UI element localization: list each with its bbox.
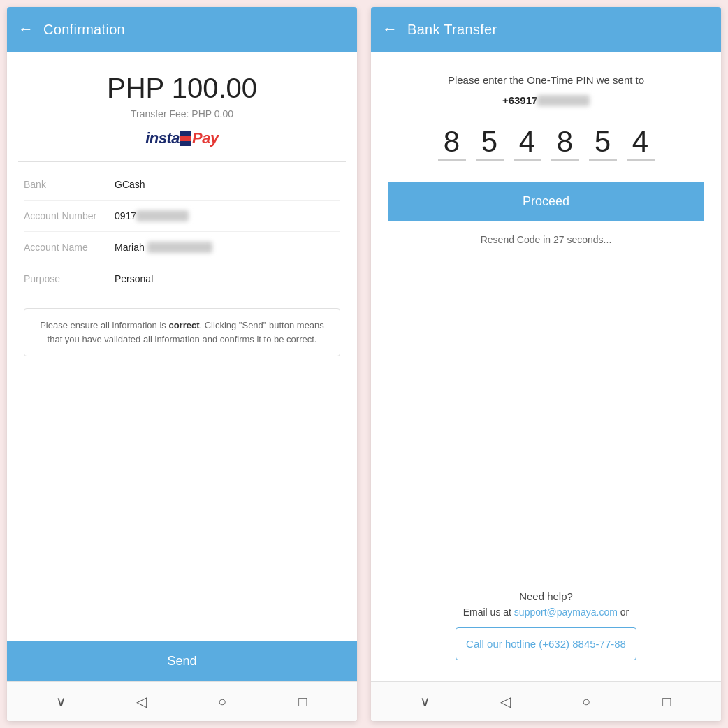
otp-digit-4-underline: [551, 159, 579, 161]
otp-digit-3-underline: [514, 159, 541, 161]
nav-square-icon[interactable]: □: [655, 690, 678, 713]
table-row: Purpose Personal: [24, 263, 340, 294]
nav-chevron-icon[interactable]: ∨: [414, 690, 437, 713]
resend-code-text: Resend Code in 27 seconds...: [388, 234, 704, 245]
account-number-blurred: XXXXXXXX: [136, 210, 189, 221]
nav-back-icon[interactable]: ◁: [495, 690, 517, 713]
otp-digit-4[interactable]: 8: [551, 127, 579, 161]
otp-digit-1-underline: [438, 159, 466, 161]
help-title: Need help?: [388, 590, 704, 602]
bank-label: Bank: [24, 179, 115, 190]
otp-digit-6[interactable]: 4: [627, 127, 655, 161]
bank-transfer-nav-bar: ∨ ◁ ○ □: [371, 681, 721, 721]
nav-back-icon[interactable]: ◁: [131, 690, 153, 713]
phone-blurred: XXXXXXXX: [537, 95, 590, 106]
amount-section: PHP 100.00 Transfer Fee: PHP 0.00 instaP…: [7, 52, 357, 161]
otp-digit-5[interactable]: 5: [589, 127, 617, 161]
otp-digit-3-value: 4: [519, 127, 535, 156]
otp-digit-2-value: 5: [481, 127, 497, 156]
instapay-text: instaPay: [145, 129, 219, 147]
help-section: Need help? Email us at support@paymaya.c…: [388, 590, 704, 667]
otp-digit-2[interactable]: 5: [476, 127, 504, 161]
confirmation-header: ← Confirmation: [7, 7, 357, 52]
hotline-button[interactable]: Call our hotline (+632) 8845-77-88: [456, 627, 636, 660]
otp-digit-1[interactable]: 8: [438, 127, 466, 161]
otp-digit-5-underline: [589, 159, 617, 161]
email-prefix: Email us at: [463, 606, 511, 618]
bank-transfer-title: Bank Transfer: [407, 22, 497, 38]
otp-digit-3[interactable]: 4: [514, 127, 541, 161]
help-email-line: Email us at support@paymaya.com or: [388, 606, 704, 618]
confirmation-notice: Please ensure all information is correct…: [24, 308, 340, 356]
otp-digit-6-underline: [627, 159, 655, 161]
otp-digit-6-value: 4: [632, 127, 648, 156]
confirmation-screen: ← Confirmation PHP 100.00 Transfer Fee: …: [7, 7, 357, 721]
purpose-value: Personal: [115, 273, 153, 284]
bank-transfer-screen: ← Bank Transfer Please enter the One-Tim…: [371, 7, 721, 721]
instapay-prefix: insta: [145, 129, 180, 147]
account-name-blurred: XXXXXXXXXX: [147, 242, 212, 253]
nav-home-icon[interactable]: ○: [575, 690, 597, 713]
support-email-link[interactable]: support@paymaya.com: [514, 606, 618, 618]
bank-value: GCash: [115, 179, 145, 190]
instapay-flag-icon: [180, 131, 191, 146]
instapay-suffix: Pay: [192, 129, 219, 147]
bank-transfer-body: Please enter the One-Time PIN we sent to…: [371, 52, 721, 681]
otp-digit-4-value: 8: [557, 127, 573, 156]
otp-digit-2-underline: [476, 159, 504, 161]
transfer-fee: Transfer Fee: PHP 0.00: [21, 108, 343, 119]
table-row: Account Number 0917XXXXXXXX: [24, 201, 340, 232]
bank-transfer-back-button[interactable]: ←: [382, 20, 398, 38]
confirmation-title: Confirmation: [43, 22, 125, 38]
confirmation-body: PHP 100.00 Transfer Fee: PHP 0.00 instaP…: [7, 52, 357, 681]
otp-digit-1-value: 8: [444, 127, 460, 156]
otp-instruction: Please enter the One-Time PIN we sent to: [388, 73, 704, 89]
account-name-label: Account Name: [24, 242, 115, 253]
transfer-amount: PHP 100.00: [21, 73, 343, 104]
account-name-value: Mariah XXXXXXXXXX: [115, 242, 212, 253]
confirmation-nav-bar: ∨ ◁ ○ □: [7, 681, 357, 721]
purpose-label: Purpose: [24, 273, 115, 284]
account-number-label: Account Number: [24, 210, 115, 221]
otp-digit-5-value: 5: [595, 127, 611, 156]
instapay-logo: instaPay: [21, 129, 343, 147]
bank-transfer-header: ← Bank Transfer: [371, 7, 721, 52]
phone-number: +63917XXXXXXXX: [388, 94, 704, 106]
nav-home-icon[interactable]: ○: [211, 690, 233, 713]
account-number-value: 0917XXXXXXXX: [115, 210, 189, 221]
otp-input-row[interactable]: 8 5 4 8 5 4: [388, 127, 704, 161]
table-row: Bank GCash: [24, 169, 340, 201]
table-row: Account Name Mariah XXXXXXXXXX: [24, 232, 340, 263]
nav-square-icon[interactable]: □: [291, 690, 314, 713]
nav-chevron-icon[interactable]: ∨: [50, 690, 73, 713]
proceed-button[interactable]: Proceed: [388, 182, 704, 221]
confirmation-back-button[interactable]: ←: [18, 20, 34, 38]
details-section: Bank GCash Account Number 0917XXXXXXXX A…: [7, 162, 357, 301]
send-button[interactable]: Send: [7, 641, 357, 681]
